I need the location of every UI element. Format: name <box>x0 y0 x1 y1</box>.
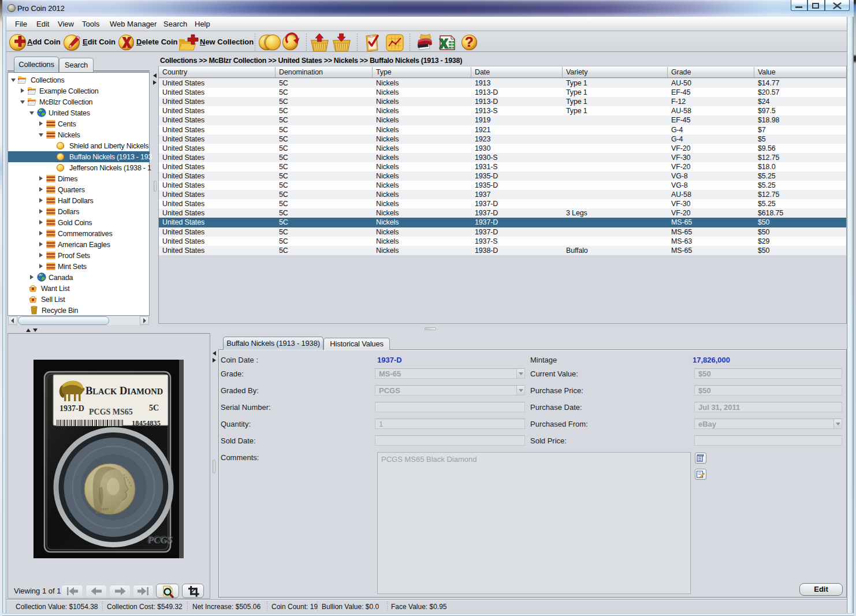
svg-text:PCGS MS65: PCGS MS65 <box>89 408 133 416</box>
svg-text:18454835: 18454835 <box>132 419 161 427</box>
svg-text:BLACK DIAMOND: BLACK DIAMOND <box>85 385 163 397</box>
svg-text:1937-D: 1937-D <box>59 404 84 413</box>
svg-text:PCGS: PCGS <box>146 533 172 544</box>
svg-text:1937: 1937 <box>101 507 109 512</box>
svg-text:5C: 5C <box>149 404 159 412</box>
